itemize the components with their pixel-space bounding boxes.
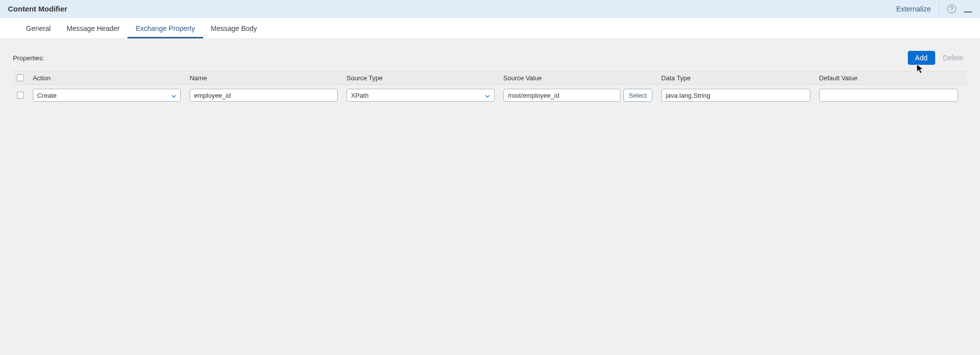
action-select[interactable]: Create	[33, 89, 181, 102]
tab-bar: General Message Header Exchange Property…	[0, 18, 980, 39]
chevron-down-icon	[485, 92, 490, 99]
row-checkbox[interactable]	[17, 92, 24, 99]
tab-message-body[interactable]: Message Body	[203, 18, 265, 38]
properties-header: Properties: Add Delete	[13, 51, 967, 65]
tab-message-header[interactable]: Message Header	[59, 18, 128, 38]
source-value-input[interactable]	[503, 89, 620, 102]
table-row: Create XPath	[13, 85, 967, 106]
default-value-input[interactable]	[819, 89, 958, 102]
properties-table: Action Name Source Type Source Value Dat…	[13, 71, 967, 106]
tab-exchange-property[interactable]: Exchange Property	[127, 18, 203, 38]
help-icon[interactable]: ?	[947, 4, 956, 13]
tab-general[interactable]: General	[18, 18, 59, 38]
title-bar: Content Modifier Externalize ?	[0, 0, 980, 18]
column-header-default-value: Default Value	[819, 74, 967, 82]
select-button[interactable]: Select	[623, 89, 652, 102]
column-header-action: Action	[33, 74, 190, 82]
table-header-row: Action Name Source Type Source Value Dat…	[13, 71, 967, 85]
externalize-link[interactable]: Externalize	[896, 5, 931, 13]
column-header-data-type: Data Type	[661, 74, 819, 82]
chevron-down-icon	[171, 92, 176, 99]
minimize-icon[interactable]	[964, 11, 972, 12]
add-button[interactable]: Add	[908, 51, 935, 65]
source-type-select[interactable]: XPath	[347, 89, 494, 102]
properties-buttons: Add Delete	[908, 51, 967, 65]
content-area: Properties: Add Delete Action Name Sourc…	[0, 39, 980, 118]
column-header-name: Name	[190, 74, 347, 82]
column-header-source-value: Source Value	[503, 74, 661, 82]
title-actions: Externalize ?	[896, 4, 972, 14]
data-type-input[interactable]	[661, 89, 810, 102]
page-title: Content Modifier	[8, 4, 67, 13]
action-select-value: Create	[37, 92, 57, 99]
separator	[939, 4, 939, 14]
column-header-source-type: Source Type	[347, 74, 503, 82]
delete-button[interactable]: Delete	[939, 51, 967, 64]
name-input[interactable]	[190, 89, 338, 102]
properties-label: Properties:	[13, 54, 44, 62]
source-type-select-value: XPath	[351, 92, 368, 99]
select-all-checkbox[interactable]	[17, 74, 24, 81]
